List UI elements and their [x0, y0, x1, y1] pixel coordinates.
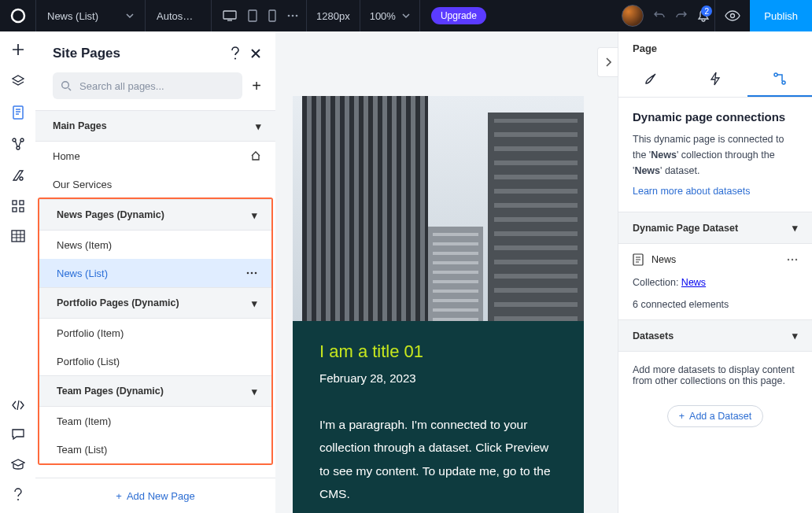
- site-pages-panel: Site Pages + Main Pages ▾ Home Our Servi…: [35, 31, 276, 513]
- svg-point-29: [795, 259, 797, 260]
- rail-chat-icon[interactable]: [0, 428, 35, 441]
- svg-point-10: [20, 138, 24, 142]
- expand-panel-icon[interactable]: [597, 47, 618, 77]
- svg-point-4: [288, 15, 290, 17]
- user-avatar[interactable]: [622, 5, 644, 27]
- publish-button[interactable]: Publish: [750, 0, 812, 31]
- panel-close-icon[interactable]: [250, 48, 261, 59]
- svg-rect-8: [13, 106, 23, 119]
- svg-point-7: [731, 14, 735, 18]
- learn-more-link[interactable]: Learn more about datasets: [633, 186, 750, 197]
- svg-rect-16: [20, 208, 24, 212]
- tab-interactions-icon[interactable]: [683, 62, 747, 95]
- plus-icon: +: [116, 490, 122, 502]
- page-item-team-list[interactable]: Team (List): [39, 435, 271, 463]
- svg-point-28: [792, 259, 793, 260]
- device-tablet-icon[interactable]: [248, 9, 257, 22]
- svg-point-25: [782, 81, 785, 84]
- dataset-icon: [633, 253, 644, 266]
- page-selector[interactable]: News (List): [36, 0, 145, 31]
- home-icon: [250, 150, 261, 161]
- chevron-down-icon: [402, 12, 410, 20]
- topbar: News (List) Autos… 1280px 100% Upgrade 2…: [0, 0, 812, 31]
- app-logo[interactable]: [0, 8, 35, 24]
- news-card[interactable]: I am a title 01 February 28, 2023 I'm a …: [293, 96, 584, 513]
- editor-canvas: I am a title 01 February 28, 2023 I'm a …: [275, 31, 618, 513]
- autosave-status[interactable]: Autos…: [146, 0, 211, 31]
- accordion-datasets[interactable]: Datasets ▾: [618, 319, 812, 352]
- page-item-news-list[interactable]: News (List): [39, 259, 271, 287]
- rail-add-icon[interactable]: [0, 42, 35, 57]
- page-item-portfolio-item[interactable]: Portfolio (Item): [39, 319, 271, 347]
- search-pages-input[interactable]: [53, 72, 242, 99]
- right-panel: Page Dynamic page connections This dynam…: [618, 31, 812, 513]
- redo-icon[interactable]: [675, 9, 688, 22]
- caret-down-icon: ▾: [792, 222, 798, 234]
- svg-point-9: [13, 138, 16, 142]
- search-icon: [61, 80, 72, 91]
- svg-point-23: [255, 272, 257, 275]
- page-item-home[interactable]: Home: [35, 142, 275, 170]
- rail-learn-icon[interactable]: [0, 458, 35, 471]
- card-image: [293, 96, 584, 321]
- svg-point-12: [20, 177, 23, 180]
- page-group-news[interactable]: News Pages (Dynamic) ▾: [39, 199, 271, 231]
- svg-point-11: [17, 146, 20, 149]
- undo-icon[interactable]: [653, 9, 666, 22]
- caret-down-icon: ▾: [256, 120, 261, 132]
- panel-title: Site Pages: [53, 46, 120, 61]
- svg-point-19: [234, 57, 236, 59]
- rail-layers-icon[interactable]: [0, 74, 35, 88]
- dataset-info: News Collection: News 6 connected elemen…: [618, 244, 812, 319]
- page-item-portfolio-list[interactable]: Portfolio (List): [39, 347, 271, 375]
- svg-rect-3: [269, 10, 275, 21]
- device-switcher: [212, 0, 306, 31]
- caret-down-icon: ▾: [252, 386, 257, 397]
- rail-theme-icon[interactable]: [0, 168, 35, 183]
- add-page-icon[interactable]: +: [252, 77, 261, 95]
- page-group-portfolio[interactable]: Portfolio Pages (Dynamic) ▾: [39, 287, 271, 319]
- page-item-team-item[interactable]: Team (Item): [39, 407, 271, 435]
- caret-down-icon: ▾: [252, 209, 257, 221]
- notifications-icon[interactable]: 2: [697, 9, 710, 23]
- right-panel-title: Page: [618, 31, 812, 62]
- more-icon[interactable]: [246, 271, 257, 275]
- svg-point-27: [788, 259, 789, 260]
- tab-design-icon[interactable]: [618, 62, 683, 95]
- page-item-news-item[interactable]: News (Item): [39, 231, 271, 259]
- rail-code-icon[interactable]: [0, 400, 35, 411]
- more-icon[interactable]: [787, 258, 798, 261]
- caret-down-icon: ▾: [792, 330, 798, 341]
- tab-data-icon[interactable]: [747, 62, 812, 97]
- page-group-main[interactable]: Main Pages ▾: [35, 110, 275, 142]
- rail-cms-icon[interactable]: [0, 137, 35, 151]
- rail-data-icon[interactable]: [0, 230, 35, 242]
- rail-apps-icon[interactable]: [0, 200, 35, 212]
- add-new-page-button[interactable]: + Add New Page: [35, 478, 275, 513]
- collection-link[interactable]: News: [681, 277, 706, 288]
- panel-help-icon[interactable]: [230, 46, 241, 61]
- card-title: I am a title 01: [319, 341, 557, 362]
- device-more-icon[interactable]: [287, 14, 298, 17]
- svg-rect-2: [249, 10, 257, 21]
- add-dataset-button[interactable]: + Add a Dataset: [667, 405, 764, 427]
- svg-rect-1: [223, 11, 236, 19]
- page-selector-label: News (List): [47, 10, 98, 22]
- viewport-width[interactable]: 1280px: [307, 0, 360, 31]
- zoom-level[interactable]: 100%: [360, 0, 419, 31]
- chevron-down-icon: [126, 12, 134, 20]
- rail-help-icon[interactable]: [0, 488, 35, 502]
- page-group-team[interactable]: Team Pages (Dynamic) ▾: [39, 375, 271, 407]
- device-desktop-icon[interactable]: [223, 10, 237, 21]
- upgrade-button[interactable]: Upgrade: [420, 0, 497, 31]
- accordion-dynamic-dataset[interactable]: Dynamic Page Dataset ▾: [618, 212, 812, 244]
- dynamic-connections-section: Dynamic page connections This dynamic pa…: [618, 98, 812, 212]
- svg-point-18: [17, 499, 19, 500]
- rail-pages-icon[interactable]: [0, 105, 35, 120]
- svg-rect-15: [13, 208, 17, 212]
- preview-icon[interactable]: [725, 10, 740, 21]
- plus-icon: +: [679, 411, 685, 422]
- page-item-services[interactable]: Our Services: [35, 170, 275, 198]
- section-body: This dynamic page is connected to the 'N…: [633, 131, 798, 179]
- device-mobile-icon[interactable]: [268, 9, 276, 22]
